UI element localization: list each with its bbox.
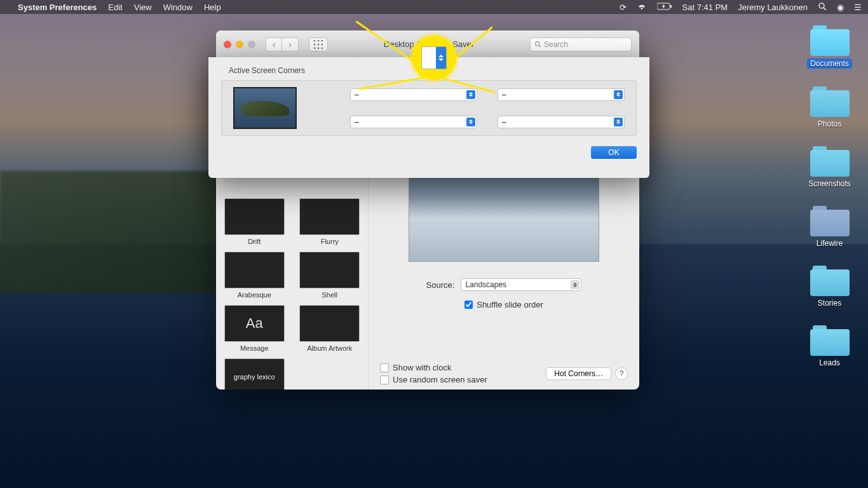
forward-button[interactable]: › bbox=[282, 37, 299, 51]
corner-bottom-left-select[interactable]: – bbox=[350, 116, 477, 128]
ok-button[interactable]: OK bbox=[591, 146, 637, 159]
svg-point-13 bbox=[536, 42, 539, 46]
svg-line-14 bbox=[539, 45, 541, 47]
saver-shell[interactable]: Shell bbox=[299, 252, 360, 299]
random-saver-checkbox[interactable] bbox=[380, 376, 389, 384]
chevron-updown-icon bbox=[571, 280, 580, 289]
svg-rect-10 bbox=[314, 47, 315, 48]
nav-buttons: ‹ › bbox=[266, 37, 299, 51]
saver-drift[interactable]: Drift bbox=[224, 198, 285, 245]
folder-label: Stories bbox=[818, 299, 841, 308]
folder-label: Screenshots bbox=[808, 179, 851, 188]
saver-message[interactable]: AaMessage bbox=[224, 305, 285, 352]
folder-stories[interactable]: Stories bbox=[803, 266, 857, 308]
folder-screenshots[interactable]: Screenshots bbox=[803, 146, 857, 188]
battery-icon[interactable] bbox=[657, 3, 672, 12]
source-label: Source: bbox=[426, 280, 455, 290]
menubar-user[interactable]: Jeremy Laukkonen bbox=[738, 3, 808, 12]
shuffle-checkbox[interactable] bbox=[465, 301, 473, 309]
search-placeholder: Search bbox=[544, 40, 568, 49]
dropdown-stepper-icon bbox=[421, 46, 447, 69]
chevron-updown-icon bbox=[466, 118, 475, 126]
saver-arabesque[interactable]: Arabesque bbox=[224, 252, 285, 299]
grid-icon bbox=[314, 40, 323, 49]
saver-word-of-the-day[interactable]: graphy lexicoWord of the Day bbox=[224, 358, 285, 390]
folder-icon bbox=[810, 146, 850, 177]
menubar-clock[interactable]: Sat 7:41 PM bbox=[682, 3, 728, 12]
hot-corners-button[interactable]: Hot Corners… bbox=[546, 367, 611, 380]
menubar: System Preferences Edit View Window Help… bbox=[0, 0, 868, 14]
menu-view[interactable]: View bbox=[134, 3, 152, 12]
svg-rect-8 bbox=[318, 43, 319, 44]
callout-highlight bbox=[412, 36, 456, 80]
saver-thumb bbox=[224, 252, 285, 288]
siri-icon[interactable]: ◉ bbox=[837, 3, 844, 12]
folder-icon bbox=[810, 86, 850, 117]
saver-thumb bbox=[224, 198, 285, 235]
saver-thumb bbox=[299, 305, 360, 342]
svg-rect-1 bbox=[670, 5, 672, 8]
folder-icon bbox=[810, 266, 850, 296]
close-button[interactable] bbox=[224, 41, 231, 48]
folder-label: Documents bbox=[807, 58, 852, 69]
corner-bottom-right-select[interactable]: – bbox=[498, 116, 625, 128]
search-input[interactable]: Search bbox=[530, 37, 632, 51]
chevron-updown-icon bbox=[614, 90, 623, 99]
menu-edit[interactable]: Edit bbox=[108, 3, 122, 12]
saver-flurry[interactable]: Flurry bbox=[299, 198, 360, 245]
window-controls bbox=[224, 41, 255, 48]
time-machine-icon[interactable]: ⟳ bbox=[620, 3, 627, 12]
folder-label: Lifewire bbox=[817, 239, 843, 248]
chevron-updown-icon bbox=[614, 118, 623, 126]
folder-lifewire[interactable]: Lifewire bbox=[803, 206, 857, 248]
random-saver-label: Use random screen saver bbox=[393, 375, 487, 384]
svg-point-2 bbox=[819, 3, 824, 8]
svg-rect-5 bbox=[318, 40, 319, 41]
svg-rect-6 bbox=[322, 40, 323, 41]
corner-grid: – – – – bbox=[221, 80, 637, 136]
monitor-preview bbox=[233, 87, 297, 129]
folder-icon bbox=[810, 25, 850, 56]
show-all-button[interactable] bbox=[309, 37, 328, 51]
folder-label: Photos bbox=[818, 119, 841, 128]
show-clock-checkbox[interactable] bbox=[380, 363, 389, 372]
svg-rect-7 bbox=[314, 43, 315, 44]
source-select[interactable]: Landscapes bbox=[461, 278, 581, 291]
show-clock-label: Show with clock bbox=[393, 363, 451, 372]
app-menu[interactable]: System Preferences bbox=[18, 3, 97, 12]
folder-icon bbox=[810, 325, 850, 356]
folder-photos[interactable]: Photos bbox=[803, 86, 857, 128]
svg-line-3 bbox=[824, 8, 826, 10]
search-icon bbox=[534, 41, 541, 48]
menu-window[interactable]: Window bbox=[163, 3, 193, 12]
folder-label: Leads bbox=[819, 358, 840, 367]
help-button[interactable]: ? bbox=[615, 367, 628, 380]
saver-thumb bbox=[299, 252, 360, 288]
wifi-icon[interactable] bbox=[637, 3, 647, 12]
folder-documents[interactable]: Documents bbox=[803, 25, 857, 69]
svg-rect-9 bbox=[322, 43, 323, 44]
saver-thumb bbox=[299, 198, 360, 235]
spotlight-icon[interactable] bbox=[818, 2, 827, 13]
saver-thumb: Aa bbox=[224, 305, 285, 342]
folder-leads[interactable]: Leads bbox=[803, 325, 857, 367]
folder-icon bbox=[810, 206, 850, 236]
svg-rect-11 bbox=[318, 47, 319, 48]
chevron-updown-icon bbox=[466, 90, 475, 99]
zoom-button[interactable] bbox=[248, 41, 255, 48]
saver-thumb: graphy lexico bbox=[224, 358, 285, 390]
desktop-icons: Documents Photos Screenshots Lifewire St… bbox=[803, 25, 857, 367]
corner-top-left-select[interactable]: – bbox=[350, 88, 477, 101]
back-button[interactable]: ‹ bbox=[266, 37, 282, 51]
shuffle-label: Shuffle slide order bbox=[477, 300, 543, 309]
corner-top-right-select[interactable]: – bbox=[498, 88, 625, 101]
menu-help[interactable]: Help bbox=[204, 3, 221, 12]
minimize-button[interactable] bbox=[236, 41, 243, 48]
notification-center-icon[interactable]: ☰ bbox=[854, 3, 862, 12]
svg-rect-12 bbox=[322, 47, 323, 48]
svg-rect-4 bbox=[314, 40, 315, 41]
saver-album-artwork[interactable]: Album Artwork bbox=[299, 305, 360, 352]
